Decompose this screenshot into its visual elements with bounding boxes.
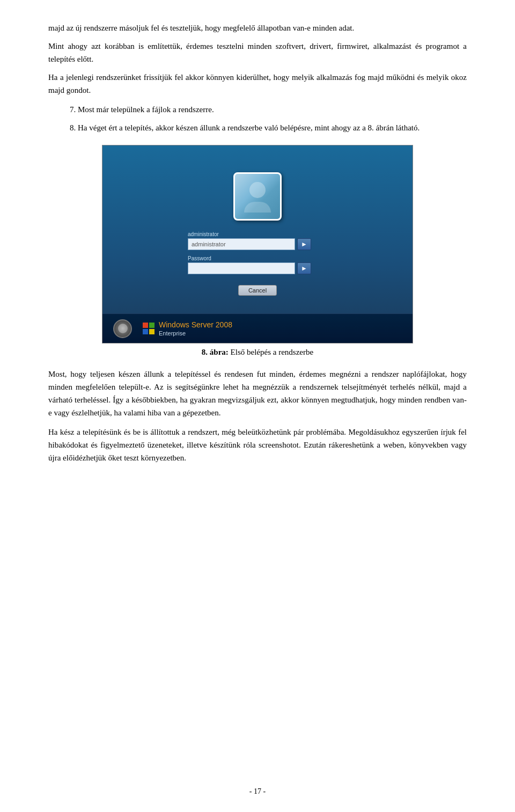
figure-caption: 8. ábra: Első belépés a rendszerbe — [202, 348, 313, 357]
windows-server-text: Windows Server 2008 Enterprise — [159, 320, 232, 337]
username-row: ► — [188, 238, 327, 250]
cancel-button[interactable]: Cancel — [238, 285, 277, 296]
page-container: majd az új rendszerre másoljuk fel és te… — [0, 0, 515, 812]
password-row: ► — [188, 262, 327, 274]
windows-login-box: administrator ► Password ► Cancel — [172, 172, 343, 296]
user-icon — [233, 172, 282, 221]
after-figure-paragraph-1: Most, hogy teljesen készen állunk a tele… — [48, 368, 467, 419]
password-label: Password — [188, 255, 327, 261]
paragraph-5: 8. Ha véget ért a telepítés, akkor késze… — [70, 121, 467, 134]
paragraph-2: Mint ahogy azt korábban is említettük, é… — [48, 40, 467, 65]
figure-caption-number: 8. ábra: — [202, 348, 229, 356]
figure-caption-text: Első belépés a rendszerbe — [229, 348, 313, 356]
paragraph-1: majd az új rendszerre másoljuk fel és te… — [48, 21, 467, 34]
paragraph-3: Ha a jelenlegi rendszerünket frissítjük … — [48, 71, 467, 97]
after-figure-paragraph-2: Ha kész a telepítésünk és be is állított… — [48, 426, 467, 464]
username-input[interactable] — [188, 238, 295, 250]
page-number: - 17 - — [249, 787, 266, 796]
figure-container: administrator ► Password ► Cancel — [48, 145, 467, 357]
power-icon-inner — [118, 324, 128, 333]
username-label: administrator — [188, 231, 327, 237]
password-input[interactable] — [188, 262, 295, 274]
power-icon — [113, 319, 132, 338]
paragraph-4: 7. Most már települnek a fájlok a rendsz… — [70, 103, 467, 116]
windows-flag-icon — [143, 323, 154, 334]
password-arrow-btn[interactable]: ► — [297, 262, 311, 274]
figure-image: administrator ► Password ► Cancel — [102, 145, 413, 343]
username-arrow-btn[interactable]: ► — [297, 238, 311, 250]
server-brand: Windows Server 2008 — [159, 320, 232, 330]
server-edition: Enterprise — [159, 330, 232, 337]
windows-bottom-bar: Windows Server 2008 Enterprise — [102, 313, 413, 343]
